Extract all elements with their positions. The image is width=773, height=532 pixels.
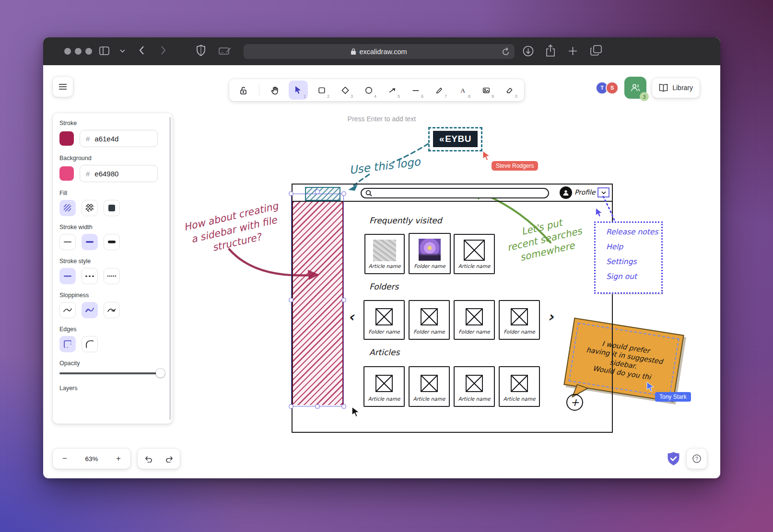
diamond-tool-button[interactable]: 3 <box>336 81 355 100</box>
eraser-tool-button[interactable]: 0 <box>500 81 519 100</box>
background-hex-input[interactable]: # e64980 <box>80 165 158 182</box>
wireframe-profile-label: Profile <box>574 188 596 196</box>
stroke-style-solid-button[interactable] <box>59 268 76 284</box>
stroke-hex-input[interactable]: # a61e4d <box>80 130 158 147</box>
steve-cursor-label: Steve Rodgers <box>492 161 538 171</box>
line-icon <box>411 86 420 95</box>
selection-handle-ml[interactable] <box>289 298 293 302</box>
selection-handle-mr[interactable] <box>342 298 346 302</box>
rectangle-tool-button[interactable]: 2 <box>312 81 331 100</box>
selection-handle-bottom[interactable] <box>316 405 320 409</box>
avatar-s[interactable]: S <box>606 81 619 94</box>
hand-tool-button[interactable] <box>265 81 284 100</box>
selection-handle-tr[interactable] <box>342 192 346 196</box>
unlock-icon <box>239 86 248 95</box>
solid-fill-icon <box>108 204 116 212</box>
undo-button[interactable] <box>138 449 159 469</box>
live-collaboration-button[interactable]: 3 <box>624 77 646 99</box>
zoom-controls: − 63% + <box>53 449 130 469</box>
panel-scrollbar[interactable] <box>169 117 171 420</box>
wireframe-search-bar[interactable] <box>361 188 549 198</box>
lock-tool-button[interactable] <box>234 81 253 100</box>
fill-hachure-button[interactable] <box>59 200 76 216</box>
arrow-tool-button[interactable]: 5 <box>383 81 402 100</box>
hachure-icon <box>63 204 72 212</box>
zoom-in-button[interactable]: + <box>106 449 130 469</box>
sloppiness-cartoonist-button[interactable] <box>104 302 120 318</box>
folder-card-1[interactable]: Folder name <box>363 300 405 340</box>
section-articles: Articles <box>369 347 399 357</box>
fill-crosshatch-button[interactable] <box>82 200 98 216</box>
text-icon: A <box>458 86 467 95</box>
stroke-label: Stroke <box>59 120 167 127</box>
eraser-icon <box>505 86 514 95</box>
stroke-width-label: Stroke width <box>59 224 167 231</box>
main-menu-button[interactable] <box>53 77 73 97</box>
line-tool-button[interactable]: 6 <box>406 81 425 100</box>
library-button[interactable]: Library <box>652 78 700 98</box>
selection-handle-tl[interactable] <box>289 192 293 196</box>
selection-outline <box>291 194 344 406</box>
sloppiness-architect-button[interactable] <box>59 302 76 318</box>
article-card-1[interactable]: Article name <box>363 366 405 407</box>
section-frequently-visited: Frequently visited <box>369 216 442 225</box>
article-card-4[interactable]: Article name <box>499 366 540 407</box>
stroke-width-extrabold-button[interactable] <box>104 234 120 250</box>
collaborator-cluster: T S 3 Library <box>596 77 700 99</box>
selection-handle-top[interactable] <box>315 189 320 194</box>
selection-handle-br[interactable] <box>342 405 346 409</box>
draw-tool-button[interactable]: 7 <box>430 81 449 100</box>
wireframe-profile-avatar[interactable] <box>560 186 572 199</box>
fill-solid-button[interactable] <box>104 200 120 216</box>
dropdown-item-release-notes[interactable]: Release notes <box>606 228 661 236</box>
sloppiness-artist-button[interactable] <box>82 302 98 318</box>
stroke-style-dashed-button[interactable] <box>82 268 98 284</box>
opacity-slider-thumb[interactable] <box>156 369 165 378</box>
dashed-line-icon <box>85 275 94 277</box>
zoom-out-button[interactable]: − <box>53 449 77 469</box>
person-icon <box>562 189 570 197</box>
folder-card-4[interactable]: Folder name <box>499 300 540 340</box>
wireframe-add-button[interactable]: + <box>566 394 583 411</box>
edges-sharp-button[interactable] <box>59 336 76 352</box>
freq-card-1[interactable]: Article name <box>364 234 405 274</box>
carousel-left-chevron[interactable]: ‹ <box>348 308 354 325</box>
redo-button[interactable] <box>159 449 180 469</box>
carousel-right-chevron[interactable]: › <box>548 308 553 325</box>
stroke-style-dotted-button[interactable] <box>104 268 120 284</box>
freq-card-3[interactable]: Article name <box>454 234 495 274</box>
dropdown-item-settings[interactable]: Settings <box>606 257 661 266</box>
stroke-width-thin-button[interactable] <box>59 234 76 250</box>
question-mark-icon: ? <box>692 454 701 463</box>
properties-panel: Stroke # a61e4d Background # e64980 Fill <box>53 113 173 424</box>
folder-card-2[interactable]: Folder name <box>409 300 450 340</box>
selection-tool-button[interactable]: 1 <box>289 81 308 100</box>
wireframe-profile-dropdown[interactable]: Release notes Help Settings Sign out <box>594 221 663 294</box>
help-button[interactable]: ? <box>687 449 707 469</box>
text-tool-button[interactable]: A 8 <box>453 81 472 100</box>
keybu-logo[interactable]: «EYBU <box>433 131 478 147</box>
edges-round-button[interactable] <box>82 336 98 352</box>
article-card-2[interactable]: Article name <box>409 366 450 407</box>
stroke-width-bold-button[interactable] <box>82 234 98 250</box>
dropdown-item-help[interactable]: Help <box>606 243 661 251</box>
dropdown-item-sign-out[interactable]: Sign out <box>606 272 661 281</box>
article-card-3[interactable]: Article name <box>454 366 495 407</box>
opacity-slider[interactable] <box>59 372 164 374</box>
zoom-level[interactable]: 63% <box>77 449 106 469</box>
search-icon <box>365 190 372 197</box>
cartoonist-icon <box>107 308 116 312</box>
folder-card-3[interactable]: Folder name <box>454 300 495 340</box>
sticky-note[interactable]: I would prefer having it in suggested si… <box>563 318 684 403</box>
selection-handle-bl[interactable] <box>289 405 293 409</box>
artist-icon <box>85 308 94 312</box>
image-tool-button[interactable]: 9 <box>477 81 496 100</box>
opacity-label: Opacity <box>59 360 167 367</box>
image-placeholder-icon <box>466 375 483 392</box>
stroke-color-swatch[interactable] <box>59 131 74 146</box>
background-color-swatch[interactable] <box>59 166 74 181</box>
tony-cursor-label: Tony Stark <box>655 392 691 402</box>
ellipse-tool-button[interactable]: 4 <box>359 81 378 100</box>
stroke-style-label: Stroke style <box>59 258 167 265</box>
freq-card-2[interactable]: Folder name <box>409 233 451 274</box>
